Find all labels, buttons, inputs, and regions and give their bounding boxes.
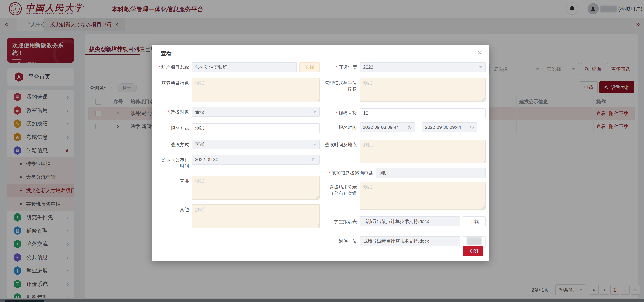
year-select[interactable]: 2022 xyxy=(360,62,486,72)
selection-target-select[interactable]: 全校 xyxy=(192,107,320,117)
signup-start-picker[interactable]: 2022-09-03 09:44 xyxy=(360,122,415,132)
selection-method-select[interactable]: 面试 xyxy=(192,140,320,149)
field-label: 公示（公布）时间 xyxy=(158,155,189,165)
field-label: 报名时间 xyxy=(324,122,357,132)
field-label: 选拔对象 xyxy=(158,107,189,117)
date-value: 2022-09-30 xyxy=(195,157,218,162)
field-label: 开设年度 xyxy=(324,62,357,72)
field-signup-time: 报名时间 2022-09-03 09:44 - 2022-09-30 09:44 xyxy=(324,122,486,132)
select-value: 全校 xyxy=(195,109,204,115)
project-feature-textarea[interactable] xyxy=(192,78,320,102)
scale-input[interactable] xyxy=(360,108,486,118)
field-label: 宣讲 xyxy=(158,176,189,200)
dialog-title: 查看 xyxy=(161,50,172,57)
chevron-down-icon xyxy=(313,144,316,145)
field-year: 开设年度 2022 xyxy=(324,62,486,72)
date-range-separator: - xyxy=(418,122,419,132)
field-label: 报名方式 xyxy=(158,123,189,133)
field-publicity-time: 公示（公布）时间 2022-09-30 xyxy=(158,155,320,165)
field-label: 实验班选拔咨询电话 xyxy=(308,168,373,178)
signup-method-input[interactable] xyxy=(192,123,320,133)
selection-time-place-textarea[interactable] xyxy=(360,140,486,163)
field-signup-method: 报名方式 xyxy=(158,123,320,133)
field-other: 其他 xyxy=(158,204,320,228)
close-icon[interactable]: × xyxy=(478,49,482,57)
field-label: 管理模式与学位授权 xyxy=(324,78,357,102)
preach-textarea[interactable] xyxy=(192,176,320,200)
clock-icon xyxy=(470,125,474,130)
download-button[interactable]: 下载 xyxy=(463,216,486,226)
student-form-file-input[interactable] xyxy=(360,216,460,226)
chevron-down-icon xyxy=(313,111,316,113)
dialog-form-left-column: 培养项目名称 选择 培养项目特色 选拔对象 全校 xyxy=(158,62,320,228)
field-label: 学生报名表 xyxy=(324,216,357,226)
clock-icon xyxy=(408,125,412,130)
field-label: 培养项目名称 xyxy=(158,62,189,72)
field-selection-time-place: 选拔时间及地点 xyxy=(324,140,486,163)
field-project-name: 培养项目名称 选择 xyxy=(158,62,320,72)
choose-button[interactable]: 选择 xyxy=(300,62,320,72)
field-selection-target: 选拔对象 全校 xyxy=(158,107,320,117)
datetime-value: 2022-09-30 09:44 xyxy=(425,125,461,130)
field-label: 规模人数 xyxy=(324,108,357,118)
field-scale: 规模人数 xyxy=(324,108,486,118)
field-project-feature: 培养项目特色 xyxy=(158,78,320,102)
calendar-icon xyxy=(312,157,316,162)
field-label: 附件上传 xyxy=(324,236,357,246)
redacted-content xyxy=(467,237,482,245)
consult-phone-input[interactable] xyxy=(376,168,486,178)
publicity-date-picker[interactable]: 2022-09-30 xyxy=(192,155,320,165)
mgmt-mode-textarea[interactable] xyxy=(360,78,486,102)
signup-end-picker[interactable]: 2022-09-30 09:44 xyxy=(422,122,477,132)
select-value: 面试 xyxy=(195,141,204,148)
field-label: 培养项目特色 xyxy=(158,78,189,102)
field-selection-method: 选拔方式 面试 xyxy=(158,140,320,149)
field-student-form: 学生报名表 下载 xyxy=(324,216,486,226)
field-mgmt-mode: 管理模式与学位授权 xyxy=(324,78,486,102)
field-label: 选拔时间及地点 xyxy=(324,140,357,163)
screen: 人 中国人民大学 RENMIN UNIVERSITY OF CHINA 本科教学… xyxy=(0,0,644,302)
datetime-value: 2022-09-03 09:44 xyxy=(363,125,399,130)
field-consult-phone: 实验班选拔咨询电话 xyxy=(324,168,486,178)
attachment-file-input[interactable] xyxy=(360,236,460,246)
result-channel-textarea[interactable] xyxy=(360,182,486,210)
attachment-action-button[interactable] xyxy=(463,236,486,246)
field-label: 选拔结果公示（公布）渠道 xyxy=(324,182,357,210)
field-attachment: 附件上传 xyxy=(324,236,486,246)
view-dialog: 查看 × 培养项目名称 选择 培养项目特色 选拔对象 xyxy=(152,45,490,261)
field-preach: 宣讲 xyxy=(158,176,320,200)
dialog-close-button[interactable]: 关闭 xyxy=(463,246,483,256)
select-value: 2022 xyxy=(363,65,373,70)
project-name-input[interactable] xyxy=(192,62,297,72)
field-label: 其他 xyxy=(158,204,189,228)
chevron-down-icon xyxy=(479,66,482,68)
dialog-form-right-column: 开设年度 2022 管理模式与学位授权 规模人数 xyxy=(324,62,486,246)
field-label: 选拔方式 xyxy=(158,140,189,149)
other-textarea[interactable] xyxy=(192,204,320,228)
field-result-channel: 选拔结果公示（公布）渠道 xyxy=(324,182,486,210)
